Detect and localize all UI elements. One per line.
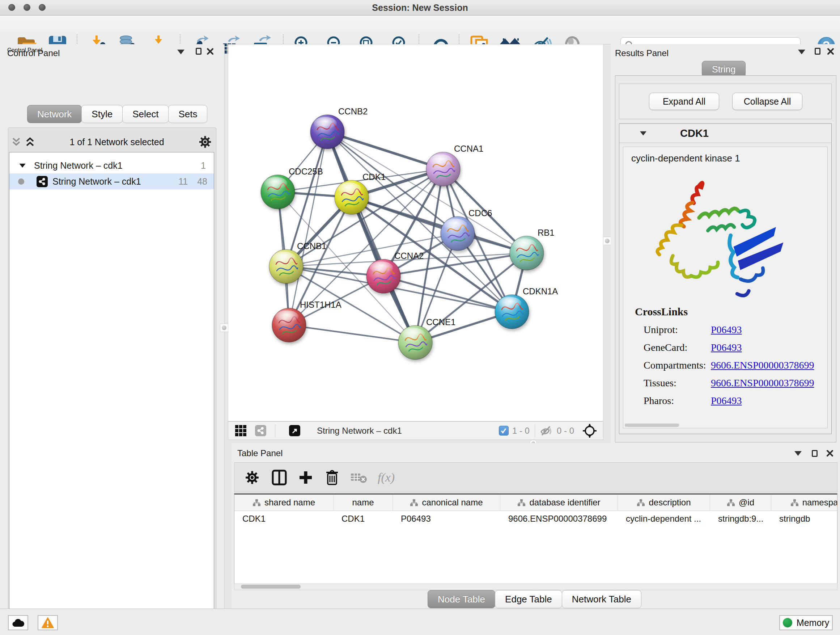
column-header-name[interactable]: name [333, 494, 393, 510]
tab-sets[interactable]: Sets [168, 105, 207, 123]
network-node-RB1[interactable] [510, 236, 544, 270]
tab-style[interactable]: Style [81, 105, 123, 123]
network-node-CCNB2[interactable] [310, 115, 344, 149]
tab-network-table[interactable]: Network Table [562, 590, 641, 608]
node-label-CDK1: CDK1 [363, 172, 386, 182]
cloud-status-button[interactable] [8, 615, 28, 630]
gene-collapse-icon[interactable] [640, 131, 646, 135]
crosslink-value[interactable]: 9606.ENSP00000378699 [711, 377, 814, 389]
crosslink-value[interactable]: P06493 [711, 395, 742, 407]
left-splitter-handle[interactable] [220, 324, 228, 332]
float-panel-icon[interactable] [794, 451, 802, 456]
gene-section-header[interactable]: CDK1 [619, 124, 831, 143]
node-label-CCNA2: CCNA2 [394, 251, 424, 261]
column-header-label: name [352, 497, 374, 508]
close-panel-icon[interactable] [827, 48, 834, 55]
network-node-CCNA1[interactable] [426, 152, 460, 186]
network-node-CCNE1[interactable] [398, 325, 432, 359]
network-selection-row: 1 of 1 Network selected [11, 133, 212, 151]
expand-all-button[interactable]: Expand All [649, 93, 719, 110]
column-header-namespac[interactable]: namespac [771, 494, 837, 510]
float-panel-icon[interactable] [798, 50, 805, 54]
network-edge-CCNB2-CCNA1[interactable] [327, 132, 443, 169]
tab-edge-table[interactable]: Edge Table [495, 590, 562, 608]
network-canvas[interactable]: CCNB2CCNA1CDC25BCDK1CDC6RB1CCNB1CCNA2CDK… [228, 44, 603, 421]
crosslink-value[interactable]: P06493 [711, 324, 742, 336]
crosslink-value[interactable]: 9606.ENSP00000378699 [711, 359, 814, 371]
column-header-@id[interactable]: @id [710, 494, 771, 510]
network-overview-icon[interactable] [255, 425, 266, 436]
gene-description: cyclin-dependent kinase 1 [623, 147, 827, 164]
detach-view-icon[interactable] [289, 425, 300, 436]
grid-view-icon[interactable] [235, 424, 247, 437]
table-cell[interactable]: P06493 [393, 514, 500, 524]
table-cell[interactable]: CDK1 [234, 514, 333, 524]
node-label-CCNE1: CCNE1 [426, 317, 455, 327]
table-cell[interactable]: CDK1 [333, 514, 393, 524]
hidden-items-eye-icon [540, 425, 553, 436]
network-node-CDKN1A[interactable] [495, 295, 529, 329]
selected-nodes-checkbox-icon[interactable] [499, 426, 508, 435]
collection-expand-icon[interactable] [19, 163, 26, 167]
column-type-icon [410, 499, 418, 507]
float-panel-icon[interactable] [177, 50, 185, 54]
maximize-panel-icon[interactable] [812, 450, 818, 457]
table-panel: Table Panel [232, 443, 840, 608]
crosslink-row: GeneCard:P06493 [623, 342, 827, 353]
show-columns-icon[interactable] [271, 469, 287, 486]
maximize-panel-icon[interactable] [815, 48, 821, 55]
column-header-description[interactable]: description [618, 494, 710, 510]
network-node-CDC25B[interactable] [261, 175, 295, 209]
table-options-gear-icon[interactable] [245, 470, 260, 485]
delete-column-icon[interactable] [325, 469, 339, 486]
network-node-HIST1H1A[interactable] [272, 308, 306, 342]
column-header-database-identifier[interactable]: database identifier [500, 494, 618, 510]
network-edge-HIST1H1A-CCNE1[interactable] [289, 325, 415, 342]
warnings-button[interactable] [38, 615, 58, 630]
close-panel-icon[interactable] [826, 450, 834, 457]
network-node-CDK1[interactable] [335, 180, 369, 214]
table-header-row: shared namenamecanonical namedatabase id… [234, 494, 837, 511]
network-node-CCNA2[interactable] [366, 259, 401, 293]
network-row[interactable]: String Network – cdk1 11 48 [9, 173, 214, 189]
scrollbar-thumb[interactable] [241, 585, 301, 589]
tab-select[interactable]: Select [122, 105, 169, 123]
collapse-all-button[interactable]: Collapse All [732, 93, 802, 110]
network-node-CDC6[interactable] [441, 217, 475, 250]
network-collection-row[interactable]: String Network – cdk1 1 [9, 157, 214, 173]
network-edge-CCNB2-CDKN1A[interactable] [327, 132, 512, 312]
maximize-panel-icon[interactable] [196, 48, 202, 55]
table-panel-title: Table Panel [237, 448, 283, 458]
table-horizontal-scrollbar[interactable] [234, 584, 837, 590]
column-header-shared-name[interactable]: shared name [234, 494, 333, 510]
horizontal-scrollbar[interactable] [625, 424, 679, 427]
network-node-CCNB1[interactable] [269, 249, 303, 283]
column-type-icon [637, 499, 645, 507]
collection-label: String Network – cdk1 [34, 160, 201, 171]
memory-button[interactable]: Memory [779, 615, 833, 630]
node-table[interactable]: shared namenamecanonical namedatabase id… [234, 494, 837, 584]
column-header-canonical-name[interactable]: canonical name [393, 494, 500, 510]
expand-all-networks-icon[interactable] [25, 135, 35, 149]
crosslink-value[interactable]: P06493 [711, 342, 742, 353]
birdseye-crosshair-icon[interactable] [582, 423, 597, 439]
create-column-icon[interactable] [298, 470, 313, 485]
right-splitter-handle[interactable] [603, 237, 611, 245]
close-panel-icon[interactable] [207, 48, 214, 55]
table-cell[interactable]: 9606.ENSP00000378699 [500, 514, 618, 524]
table-row[interactable]: CDK1CDK1P064939606.ENSP00000378699cyclin… [234, 511, 837, 527]
table-cell[interactable]: cyclin-dependent ... [618, 514, 710, 524]
selected-node-edge-count: 1 - 0 [512, 426, 530, 436]
network-view-toolbar: String Network – cdk1 1 - 0 0 - 0 [228, 421, 603, 440]
table-toolbar: f(x) [234, 462, 837, 492]
network-options-gear-icon[interactable] [198, 135, 212, 149]
table-cell[interactable]: stringdb:9... [710, 514, 771, 524]
tab-network[interactable]: Network [27, 105, 82, 123]
title-bar: Session: New Session [0, 0, 840, 16]
collapse-all-networks-icon[interactable] [11, 135, 22, 149]
crosslink-row: Compartments:9606.ENSP00000378699 [623, 359, 827, 371]
tab-node-table[interactable]: Node Table [428, 590, 495, 608]
table-cell[interactable]: stringdb [771, 514, 837, 524]
network-row-label: String Network – cdk1 [52, 176, 178, 187]
node-label-CDC6: CDC6 [469, 208, 492, 218]
